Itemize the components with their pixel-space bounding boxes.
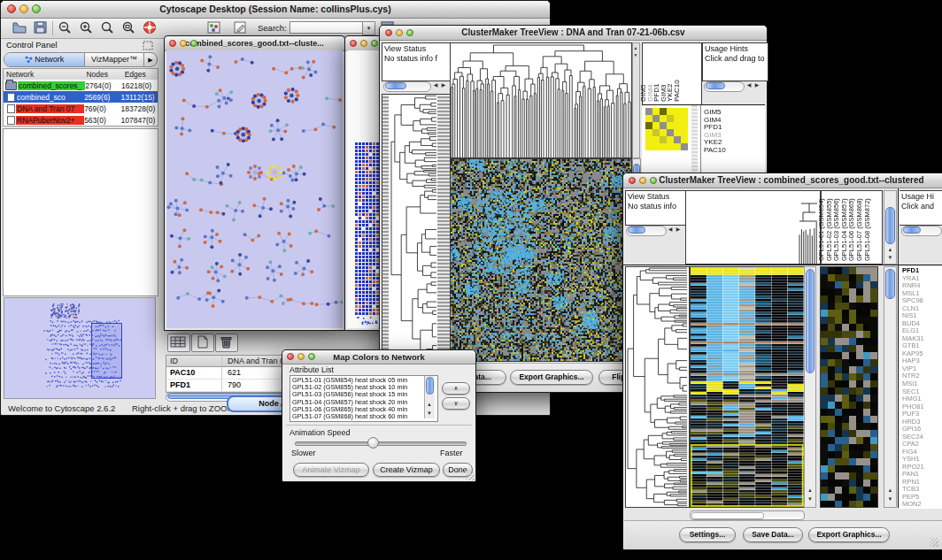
new-attribute-icon[interactable] [191, 334, 214, 352]
tab-network[interactable]: Network [4, 53, 85, 66]
close-button[interactable] [287, 353, 294, 360]
dna-zoom-heatmap[interactable] [645, 108, 688, 150]
animation-speed-slider-track[interactable] [295, 441, 467, 446]
column-label[interactable]: GPL51-07 (GSM868) [856, 198, 863, 261]
create-vizmap-button[interactable]: Create Vizmap [373, 463, 440, 477]
resize-grip[interactable] [930, 538, 938, 547]
cmb-heatmap-hscroll-thumb[interactable] [691, 512, 764, 519]
dna-usage-scroll-thumb[interactable] [706, 82, 725, 89]
dna-status-scroll-thumb[interactable] [385, 82, 406, 89]
minimize-button[interactable] [396, 29, 403, 36]
scroll-down-icon[interactable]: ▼ [885, 495, 895, 503]
save-icon[interactable] [33, 20, 49, 38]
scroll-down-icon[interactable]: ▼ [632, 51, 639, 59]
column-label[interactable]: PAC10 [674, 80, 681, 102]
cmb-genelist-scroll-thumb[interactable] [885, 269, 895, 299]
scroll-right-icon[interactable]: ▶ [674, 226, 683, 234]
cmb-zoom-heatmap[interactable] [820, 266, 878, 508]
cmb-heatmap-hscrollbar[interactable] [690, 510, 805, 520]
zoom-button[interactable] [406, 29, 413, 36]
resize-grip[interactable] [466, 472, 475, 480]
gene-label[interactable]: MON2 [902, 501, 942, 509]
zoom-out-icon[interactable] [58, 20, 73, 38]
column-label[interactable]: GPL51-01 (GSM854) [818, 198, 825, 261]
attribute-select-icon[interactable] [167, 334, 190, 352]
scroll-up-icon[interactable]: ▲ [425, 401, 434, 409]
scroll-down-icon[interactable]: ▼ [885, 254, 895, 262]
minimize-button[interactable] [360, 40, 367, 47]
row-label[interactable]: PAC10 [704, 146, 726, 154]
animation-speed-slider-thumb[interactable] [367, 437, 379, 449]
main-title-bar[interactable]: Cytoscape Desktop (Session Name: collins… [1, 1, 550, 19]
export-graphics-button[interactable]: Export Graphics... [808, 527, 890, 542]
minimize-button[interactable] [180, 40, 187, 47]
zoom-button[interactable] [371, 40, 378, 47]
cmb-collabel-scrollbar[interactable]: ▲ ▼ [884, 190, 897, 265]
minimize-button[interactable] [297, 353, 305, 360]
zoom-button[interactable] [190, 40, 197, 47]
save-data-button[interactable]: Save Data... [743, 527, 803, 542]
cmb-usage-scrollbar[interactable] [901, 226, 942, 236]
attribute-move-up-button[interactable]: ∧ [442, 382, 470, 395]
attribute-list-item[interactable]: GPL51-07 (GSM868) heat shock 60 min [292, 413, 437, 420]
network-list-row[interactable]: DNA and Tran 07769(0)183728(0) [4, 103, 158, 114]
data-col-id[interactable]: ID [166, 356, 222, 366]
treeview-dna-title-bar[interactable]: ClusterMaker TreeView : DNA and Tran 07-… [380, 26, 767, 41]
zoom-selected-icon[interactable] [100, 20, 116, 38]
close-button[interactable] [629, 177, 636, 184]
attribute-list-scrollbar[interactable]: ▲ ▼ [424, 376, 435, 418]
cmb-status-scroll-thumb[interactable] [628, 226, 645, 234]
column-label[interactable]: GPL51-08 (GSM872) [864, 198, 871, 261]
dna-usage-scrollbar[interactable] [704, 81, 745, 92]
zoom-in-icon[interactable] [79, 20, 95, 38]
cmb-collabel-scroll-thumb[interactable] [885, 207, 895, 244]
column-label[interactable]: GPL51-03 (GSM856) [833, 198, 840, 261]
close-button[interactable] [385, 29, 392, 36]
settings-button[interactable]: Settings... [679, 527, 736, 542]
open-file-icon[interactable] [12, 20, 27, 38]
tab-vizmapper[interactable]: VizMapper™ [85, 53, 143, 66]
dialog-title-bar[interactable]: Map Colors to Network [282, 350, 475, 364]
col-edges[interactable]: Edges [125, 69, 158, 80]
attribute-move-down-button[interactable]: ∨ [442, 397, 470, 410]
zoom-button[interactable] [308, 353, 315, 360]
cmb-heatmap[interactable] [690, 266, 805, 508]
scroll-up-icon[interactable]: ▲ [885, 246, 895, 254]
cmb-genelist-scrollbar[interactable]: ▲ ▼ [884, 266, 897, 508]
help-lifering-icon[interactable] [143, 20, 158, 38]
close-button[interactable] [7, 4, 16, 13]
zoom-fit-icon[interactable] [121, 20, 137, 38]
attribute-list-scroll-thumb[interactable] [426, 377, 434, 395]
minimize-button[interactable] [639, 177, 646, 184]
network-overview-panel[interactable] [4, 297, 156, 399]
zoom-button[interactable] [650, 177, 657, 184]
dna-column-dendrogram[interactable] [450, 42, 632, 158]
cmb-status-scrollbar[interactable] [626, 226, 667, 236]
network-view-title-bar[interactable]: combined_scores_good.txt--cluste... [165, 36, 344, 51]
dna-status-scrollbar[interactable] [383, 81, 431, 92]
tab-overflow-button[interactable]: ▶ [143, 53, 157, 66]
cmb-row-dendrogram[interactable] [625, 266, 690, 508]
scroll-down-icon[interactable]: ▼ [806, 495, 815, 503]
cmb-column-dendrogram[interactable] [685, 190, 821, 265]
close-button[interactable] [169, 40, 176, 47]
scroll-up-icon[interactable]: ▲ [806, 487, 815, 495]
cmb-usage-scroll-thumb[interactable] [903, 226, 921, 234]
search-input[interactable] [290, 21, 364, 34]
col-network[interactable]: Network [4, 69, 86, 80]
network-list-row[interactable]: combined_scores_2764(0)16218(0) [4, 80, 158, 91]
cmb-heatmap-vscrollbar[interactable]: ▲ ▼ [804, 266, 816, 508]
scroll-right-icon[interactable]: ▶ [439, 81, 448, 89]
animate-vizmap-button[interactable]: Animate Vizmap [293, 463, 369, 477]
search-dropdown-arrow-icon[interactable]: ▼ [362, 21, 375, 35]
scroll-right-icon[interactable]: ▶ [753, 81, 761, 89]
delete-attribute-trash-icon[interactable] [215, 334, 238, 352]
export-graphics-button[interactable]: Export Graphics... [510, 370, 593, 385]
network-graph-canvas[interactable] [166, 50, 343, 328]
zoom-button[interactable] [32, 4, 41, 13]
dna-heatmap[interactable] [450, 158, 632, 362]
network-list-row[interactable]: combined_sco2569(6)13112(15) [4, 91, 158, 103]
close-button[interactable] [350, 40, 357, 47]
col-nodes[interactable]: Nodes [86, 69, 124, 80]
attribute-listbox[interactable]: GPL51-01 (GSM854) heat shock 05 minGPL51… [290, 375, 438, 422]
